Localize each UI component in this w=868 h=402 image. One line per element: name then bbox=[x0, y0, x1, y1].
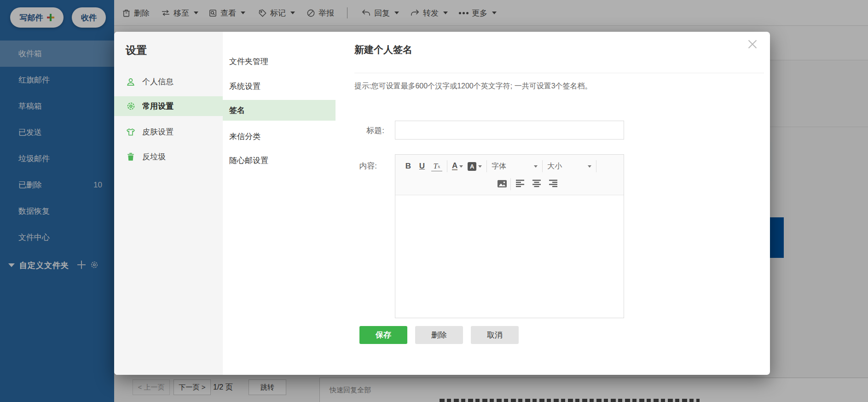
mail-app-screen: 删除 移至 查看 标记 举报 回复 转发 bbox=[0, 0, 868, 402]
bg-color-button[interactable]: A bbox=[468, 162, 482, 171]
delete-button-label: 删除 bbox=[431, 330, 447, 340]
content-field-label: 内容: bbox=[348, 161, 377, 171]
subnav-item-label: 签名 bbox=[229, 105, 245, 116]
insert-image-icon[interactable] bbox=[498, 180, 507, 189]
save-button[interactable]: 保存 bbox=[359, 326, 407, 344]
align-right-icon[interactable] bbox=[549, 180, 557, 189]
nav-item-skin-settings[interactable]: 皮肤设置 bbox=[114, 122, 223, 142]
signature-content-area[interactable] bbox=[395, 195, 624, 318]
subnav-item-system-settings[interactable]: 系统设置 bbox=[223, 76, 336, 97]
editor-separator bbox=[510, 178, 511, 190]
clear-format-x: x bbox=[438, 163, 440, 169]
rich-text-editor: B U Tx A A 字体 大小 bbox=[395, 154, 624, 318]
tshirt-icon bbox=[126, 128, 136, 137]
subnav-item-suixin-mail[interactable]: 随心邮设置 bbox=[223, 150, 336, 171]
settings-modal: 设置 个人信息 常用设置 皮肤设置 bbox=[114, 32, 770, 375]
clear-format-t: T bbox=[434, 162, 438, 171]
nav-item-label: 皮肤设置 bbox=[142, 127, 174, 137]
chevron-down-icon bbox=[588, 165, 591, 168]
editor-separator bbox=[542, 160, 543, 172]
nav-item-personal-info[interactable]: 个人信息 bbox=[114, 72, 223, 92]
font-size-dropdown[interactable]: 大小 bbox=[547, 162, 591, 171]
editor-separator bbox=[486, 160, 487, 172]
trash-icon bbox=[126, 152, 136, 161]
gear-flower-icon bbox=[126, 101, 136, 111]
chevron-down-icon bbox=[459, 165, 463, 168]
subnav-item-label: 文件夹管理 bbox=[229, 56, 268, 67]
close-icon[interactable] bbox=[746, 38, 758, 50]
chevron-down-icon bbox=[478, 165, 482, 168]
font-dropdown-label: 字体 bbox=[492, 162, 506, 171]
font-family-dropdown[interactable]: 字体 bbox=[492, 162, 538, 171]
nav-item-label: 常用设置 bbox=[142, 101, 174, 111]
delete-button[interactable]: 删除 bbox=[415, 326, 463, 344]
size-dropdown-label: 大小 bbox=[547, 162, 562, 171]
save-button-label: 保存 bbox=[376, 330, 391, 340]
clear-format-icon[interactable]: Tx bbox=[431, 162, 442, 171]
subnav-item-label: 随心邮设置 bbox=[229, 155, 268, 166]
signature-title-input[interactable] bbox=[395, 121, 624, 140]
subnav-item-mail-classification[interactable]: 来信分类 bbox=[223, 126, 336, 147]
settings-subnav-panel: 文件夹管理 系统设置 签名 来信分类 随心邮设置 bbox=[223, 32, 332, 375]
align-left-icon[interactable] bbox=[516, 180, 524, 189]
person-icon bbox=[126, 77, 136, 87]
nav-item-common-settings[interactable]: 常用设置 bbox=[114, 96, 223, 116]
bold-icon[interactable]: B bbox=[404, 162, 413, 171]
editor-separator bbox=[447, 160, 447, 172]
settings-nav-panel: 设置 个人信息 常用设置 皮肤设置 bbox=[114, 32, 223, 375]
subnav-item-signature[interactable]: 签名 bbox=[223, 100, 336, 121]
align-center-icon[interactable] bbox=[532, 180, 541, 189]
title-field-label: 标题: bbox=[356, 125, 384, 136]
signature-panel: 新建个人签名 提示:您可设置最多600个汉字或1200个英文字符; 一共可设置3… bbox=[332, 32, 770, 375]
subnav-item-label: 系统设置 bbox=[229, 81, 260, 92]
chevron-down-icon bbox=[534, 165, 538, 168]
underline-icon[interactable]: U bbox=[417, 162, 427, 171]
title-divider bbox=[354, 73, 764, 73]
signature-tip-text: 提示:您可设置最多600个汉字或1200个英文字符; 一共可设置3个签名档。 bbox=[354, 82, 592, 91]
subnav-item-folder-management[interactable]: 文件夹管理 bbox=[223, 51, 336, 72]
nav-item-label: 个人信息 bbox=[142, 76, 174, 87]
editor-separator bbox=[596, 160, 596, 172]
cancel-button-label: 取消 bbox=[487, 330, 503, 340]
nav-item-antispam[interactable]: 反垃圾 bbox=[114, 147, 223, 167]
panel-title: 新建个人签名 bbox=[354, 43, 412, 56]
editor-toolbar: B U Tx A A 字体 大小 bbox=[395, 155, 624, 195]
font-color-icon: A bbox=[452, 162, 457, 170]
settings-title: 设置 bbox=[126, 43, 147, 58]
bg-color-icon: A bbox=[468, 162, 476, 171]
font-color-button[interactable]: A bbox=[452, 162, 463, 170]
subnav-item-label: 来信分类 bbox=[229, 131, 260, 142]
nav-item-label: 反垃圾 bbox=[142, 151, 166, 162]
cancel-button[interactable]: 取消 bbox=[471, 326, 519, 344]
